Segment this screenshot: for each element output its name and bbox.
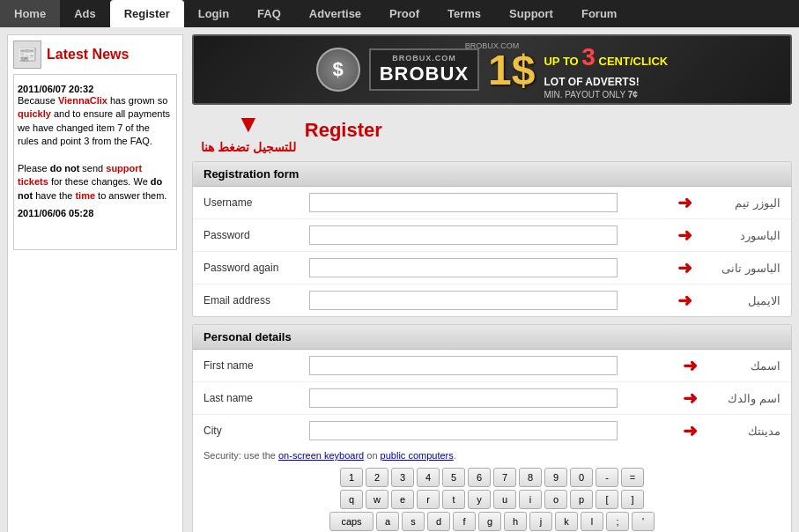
key-g[interactable]: g (478, 512, 501, 531)
nav-item-faq[interactable]: FAQ (243, 0, 295, 27)
key-u[interactable]: u (493, 490, 516, 509)
key-a[interactable]: a (376, 512, 399, 531)
lastname-input-cell (299, 382, 668, 415)
arrow-right-icon: ➜ (683, 356, 698, 375)
news-date-2: 2011/06/06 05:28 (18, 208, 173, 218)
lastname-label: Last name (193, 382, 299, 415)
password-again-label: Password again (193, 252, 299, 284)
key-q[interactable]: q (340, 490, 363, 509)
table-row: City ➜ مدينتك (193, 415, 791, 447)
city-label: City (193, 415, 299, 447)
arabic-register-text: للتسجيل تضغط هنا (201, 140, 296, 154)
key-l[interactable]: l (581, 512, 603, 531)
password-input-cell (299, 219, 662, 252)
key-j[interactable]: j (529, 512, 552, 531)
username-arrow: ➜ (662, 187, 702, 219)
key-lbracket[interactable]: [ (596, 490, 618, 509)
email-arabic: الايميل (703, 284, 791, 317)
table-row: Username ➜ اليوزر تيم (193, 187, 791, 219)
key-minus[interactable]: - (596, 468, 618, 487)
key-k[interactable]: k (555, 512, 578, 531)
arrow-right-icon: ➜ (677, 291, 692, 310)
sidebar: 📰 Latest News 2011/06/07 20:32 Because V… (7, 34, 183, 532)
onscreen-keyboard-link[interactable]: on-screen keyboard (278, 450, 364, 461)
banner-logo: BROBUX.COM BROBUX (369, 48, 479, 91)
key-r[interactable]: r (417, 490, 440, 509)
password-arabic: الباسورد (703, 219, 791, 252)
city-input-cell (299, 415, 668, 447)
key-y[interactable]: y (468, 490, 491, 509)
nav-item-ads[interactable]: Ads (60, 0, 110, 27)
banner-min: MIN. PAYOUT ONLY 7¢ (544, 90, 668, 100)
key-f[interactable]: f (453, 512, 476, 531)
key-equals[interactable]: = (621, 468, 644, 487)
password-again-input[interactable] (309, 258, 618, 277)
arrow-container: ▼ للتسجيل تضغط هنا (201, 112, 296, 154)
key-0[interactable]: 0 (570, 468, 593, 487)
password-again-arrow: ➜ (662, 252, 702, 284)
news-date-1: 2011/06/07 20:32 (18, 84, 173, 94)
key-2[interactable]: 2 (366, 468, 388, 487)
registration-form-table: Username ➜ اليوزر تيم Password ➜ الباسور… (193, 187, 791, 316)
key-semicolon[interactable]: ; (606, 512, 629, 531)
email-input[interactable] (309, 291, 618, 310)
key-8[interactable]: 8 (519, 468, 542, 487)
lastname-arabic: اسم والدك (708, 382, 791, 415)
table-row: First name ➜ اسمك (193, 350, 791, 382)
firstname-arrow: ➜ (668, 350, 708, 382)
key-e[interactable]: e (391, 490, 414, 509)
sidebar-title: 📰 Latest News (13, 41, 177, 69)
lastname-input[interactable] (309, 388, 618, 408)
key-3[interactable]: 3 (391, 468, 414, 487)
firstname-input[interactable] (309, 356, 618, 375)
key-7[interactable]: 7 (493, 468, 516, 487)
security-note: Security: use the on-screen keyboard on … (193, 447, 791, 464)
email-input-cell (299, 284, 662, 317)
banner-site-label: BROBUX.COM (380, 54, 469, 63)
key-caps[interactable]: caps (329, 512, 374, 531)
password-label: Password (193, 219, 299, 252)
sidebar-title-text: Latest News (47, 47, 129, 63)
arrow-down-icon: ▼ (236, 112, 261, 137)
key-o[interactable]: o (544, 490, 567, 509)
nav-item-home[interactable]: Home (0, 0, 60, 27)
banner-tagline: UP TO 3 CENT/CLICK (544, 40, 668, 74)
key-t[interactable]: t (442, 490, 465, 509)
key-p[interactable]: p (570, 490, 593, 509)
username-input[interactable] (309, 193, 618, 212)
password-arrow: ➜ (662, 219, 702, 252)
table-row: Last name ➜ اسم والدك (193, 382, 791, 415)
firstname-input-cell (299, 350, 668, 382)
news-scroll[interactable]: 2011/06/07 20:32 Because ViennaClix has … (13, 74, 177, 250)
key-1[interactable]: 1 (340, 468, 363, 487)
register-header-row: ▼ للتسجيل تضغط هنا Register (192, 112, 792, 154)
nav-item-support[interactable]: Support (495, 0, 567, 27)
password-input[interactable] (309, 225, 618, 245)
arrow-right-icon: ➜ (677, 193, 692, 212)
nav-item-register[interactable]: Register (110, 0, 184, 27)
key-h[interactable]: h (504, 512, 527, 531)
key-9[interactable]: 9 (544, 468, 567, 487)
nav-item-advertise[interactable]: Advertise (295, 0, 375, 27)
email-arrow: ➜ (662, 284, 702, 317)
public-computers-link[interactable]: public computers (381, 450, 454, 461)
nav-item-forum[interactable]: Forum (567, 0, 631, 27)
key-s[interactable]: s (402, 512, 425, 531)
key-w[interactable]: w (366, 490, 388, 509)
firstname-arabic: اسمك (708, 350, 791, 382)
key-5[interactable]: 5 (442, 468, 465, 487)
city-input[interactable] (309, 421, 618, 440)
arrow-right-icon: ➜ (683, 421, 698, 440)
keyboard-row-3: caps a s d f g h j k l ; ' (203, 512, 781, 531)
nav-item-proof[interactable]: Proof (375, 0, 433, 27)
key-rbracket[interactable]: ] (621, 490, 644, 509)
arrow-right-icon: ➜ (677, 258, 692, 277)
news-body-1: Because ViennaClix has grown so quickly … (18, 94, 173, 203)
key-quote[interactable]: ' (632, 512, 655, 531)
nav-item-login[interactable]: Login (184, 0, 243, 27)
key-6[interactable]: 6 (468, 468, 491, 487)
nav-item-terms[interactable]: Terms (433, 0, 495, 27)
key-4[interactable]: 4 (417, 468, 440, 487)
key-i[interactable]: i (519, 490, 542, 509)
key-d[interactable]: d (427, 512, 450, 531)
